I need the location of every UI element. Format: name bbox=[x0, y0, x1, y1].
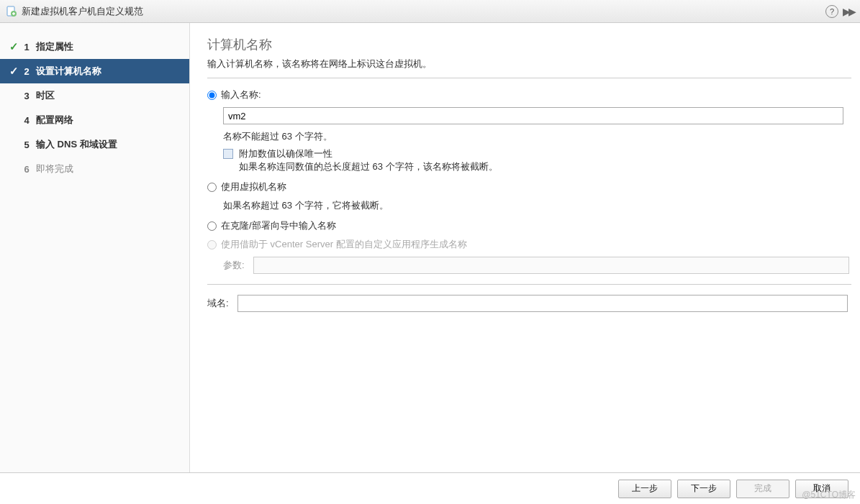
expand-icon[interactable]: ▶▶ bbox=[843, 6, 854, 17]
page-subtitle: 输入计算机名称，该名称将在网络上标识这台虚拟机。 bbox=[207, 58, 851, 70]
step-configure-network[interactable]: 4 配置网络 bbox=[0, 108, 189, 132]
option-use-vm-name[interactable]: 使用虚拟机名称 bbox=[207, 180, 851, 193]
help-icon[interactable]: ? bbox=[825, 5, 838, 18]
step-label: 配置网络 bbox=[36, 114, 73, 127]
radio-clone-wizard[interactable] bbox=[207, 221, 217, 231]
step-ready-to-complete[interactable]: 6 即将完成 bbox=[0, 157, 189, 181]
step-set-computer-name[interactable]: ✓ 2 设置计算机名称 bbox=[0, 59, 189, 83]
divider bbox=[207, 78, 851, 78]
checkbox-hint: 如果名称连同数值的总长度超过 63 个字符，该名称将被截断。 bbox=[239, 160, 498, 173]
step-number: 3 bbox=[20, 91, 33, 101]
next-button[interactable]: 下一步 bbox=[677, 480, 730, 498]
step-number: 1 bbox=[20, 42, 33, 52]
step-number: 5 bbox=[20, 139, 33, 150]
document-add-icon bbox=[6, 6, 17, 17]
cancel-button[interactable]: 取消 bbox=[795, 480, 848, 498]
title-bar: 新建虚拟机客户机自定义规范 ? ▶▶ bbox=[0, 0, 860, 23]
page-heading: 计算机名称 bbox=[207, 36, 851, 53]
option-clone-wizard[interactable]: 在克隆/部署向导中输入名称 bbox=[207, 219, 851, 232]
checkbox-icon[interactable] bbox=[223, 149, 233, 159]
append-numeric-checkbox-row[interactable]: 附加数值以确保唯一性 如果名称连同数值的总长度超过 63 个字符，该名称将被截断… bbox=[223, 147, 851, 173]
check-icon: ✓ bbox=[7, 40, 20, 53]
domain-label: 域名: bbox=[207, 297, 232, 310]
window-title: 新建虚拟机客户机自定义规范 bbox=[22, 5, 143, 18]
wizard-sidebar: ✓ 1 指定属性 ✓ 2 设置计算机名称 3 时区 4 配置网络 5 输入 DN… bbox=[0, 23, 190, 472]
step-label: 时区 bbox=[36, 89, 55, 102]
use-vm-name-hint: 如果名称超过 63 个字符，它将被截断。 bbox=[223, 199, 851, 212]
radio-input-name[interactable] bbox=[207, 91, 217, 100]
radio-label: 使用借助于 vCenter Server 配置的自定义应用程序生成名称 bbox=[221, 238, 467, 251]
radio-use-vm-name[interactable] bbox=[207, 183, 217, 192]
step-specify-properties[interactable]: ✓ 1 指定属性 bbox=[0, 35, 189, 59]
radio-label: 输入名称: bbox=[221, 88, 261, 101]
step-label: 输入 DNS 和域设置 bbox=[36, 138, 117, 151]
step-number: 2 bbox=[20, 66, 33, 77]
param-row: 参数: bbox=[223, 257, 851, 274]
checkbox-label: 附加数值以确保唯一性 bbox=[239, 147, 498, 160]
step-label: 指定属性 bbox=[36, 40, 73, 53]
step-dns-domain[interactable]: 5 输入 DNS 和域设置 bbox=[0, 132, 189, 157]
step-number: 4 bbox=[20, 115, 33, 126]
divider bbox=[207, 284, 851, 285]
computer-name-input[interactable] bbox=[223, 107, 843, 124]
domain-row: 域名: bbox=[207, 295, 851, 312]
option-vcenter-app: 使用借助于 vCenter Server 配置的自定义应用程序生成名称 bbox=[207, 238, 851, 251]
radio-vcenter-app bbox=[207, 240, 217, 249]
back-button[interactable]: 上一步 bbox=[618, 480, 671, 498]
wizard-footer: 上一步 下一步 完成 取消 bbox=[0, 472, 860, 504]
step-number: 6 bbox=[20, 164, 33, 175]
param-input bbox=[253, 257, 849, 274]
check-icon: ✓ bbox=[7, 65, 20, 78]
radio-label: 使用虚拟机名称 bbox=[221, 180, 286, 193]
content-pane: 计算机名称 输入计算机名称，该名称将在网络上标识这台虚拟机。 输入名称: 名称不… bbox=[190, 23, 860, 472]
domain-input[interactable] bbox=[237, 295, 848, 312]
step-label: 即将完成 bbox=[36, 162, 73, 175]
step-timezone[interactable]: 3 时区 bbox=[0, 83, 189, 108]
radio-label: 在克隆/部署向导中输入名称 bbox=[221, 219, 336, 232]
main-area: ✓ 1 指定属性 ✓ 2 设置计算机名称 3 时区 4 配置网络 5 输入 DN… bbox=[0, 23, 860, 472]
option-input-name[interactable]: 输入名称: bbox=[207, 88, 851, 101]
param-label: 参数: bbox=[223, 259, 248, 272]
finish-button: 完成 bbox=[736, 480, 789, 498]
step-label: 设置计算机名称 bbox=[36, 65, 101, 78]
name-length-hint: 名称不能超过 63 个字符。 bbox=[223, 130, 851, 143]
